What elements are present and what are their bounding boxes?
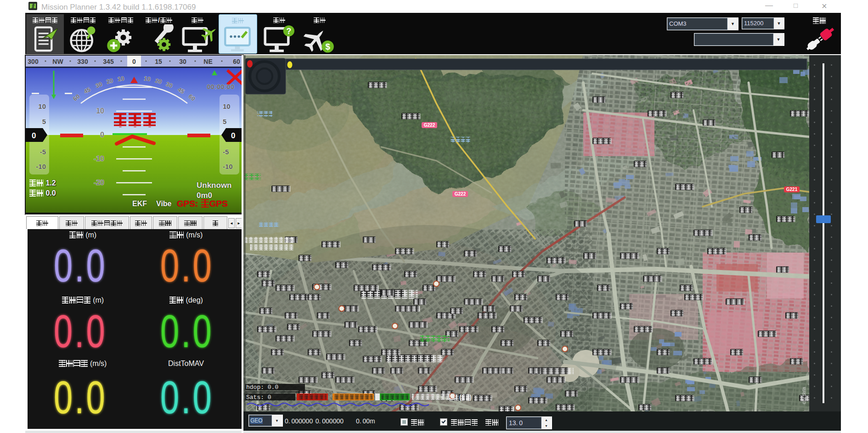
svg-text:$: $	[325, 42, 330, 51]
svg-text:-10: -10	[223, 163, 233, 170]
svg-text:G222: G222	[424, 123, 435, 128]
svg-text:345: 345	[103, 58, 114, 65]
svg-text:-5: -5	[223, 148, 229, 156]
svg-text:5: 5	[42, 118, 46, 125]
svg-text:-20: -20	[94, 179, 104, 186]
svg-text:60: 60	[233, 58, 240, 65]
svg-text:city data: city data	[801, 387, 806, 404]
svg-text:10: 10	[96, 107, 104, 115]
svg-text:hdop: 0.0: hdop: 0.0	[246, 384, 278, 391]
svg-text:0: 0	[100, 131, 104, 139]
svg-text:NW: NW	[52, 58, 63, 65]
svg-text:Sats: 0: Sats: 0	[246, 394, 271, 401]
svg-text:-10: -10	[36, 163, 46, 170]
svg-text:5: 5	[223, 118, 226, 125]
svg-text:10: 10	[143, 75, 151, 83]
svg-text:15: 15	[155, 58, 162, 65]
svg-text:30: 30	[179, 58, 186, 65]
svg-text:G221: G221	[786, 187, 798, 192]
svg-text:10: 10	[117, 75, 124, 83]
svg-text:0: 0	[32, 131, 36, 140]
svg-text:NE: NE	[203, 58, 212, 65]
svg-text:300: 300	[28, 58, 39, 65]
svg-text:10: 10	[38, 102, 46, 110]
svg-text:): )	[469, 393, 472, 401]
svg-text:330: 330	[77, 58, 88, 65]
svg-text:-10: -10	[94, 155, 104, 163]
svg-text:?: ?	[287, 27, 292, 36]
svg-text:(: (	[459, 393, 462, 401]
svg-text:10: 10	[223, 102, 231, 110]
svg-text:0: 0	[231, 131, 235, 140]
svg-text:-5: -5	[40, 148, 46, 156]
svg-text:0: 0	[132, 58, 136, 65]
svg-text:G222: G222	[455, 191, 466, 197]
svg-text:00:00:00: 00:00:00	[207, 83, 234, 90]
